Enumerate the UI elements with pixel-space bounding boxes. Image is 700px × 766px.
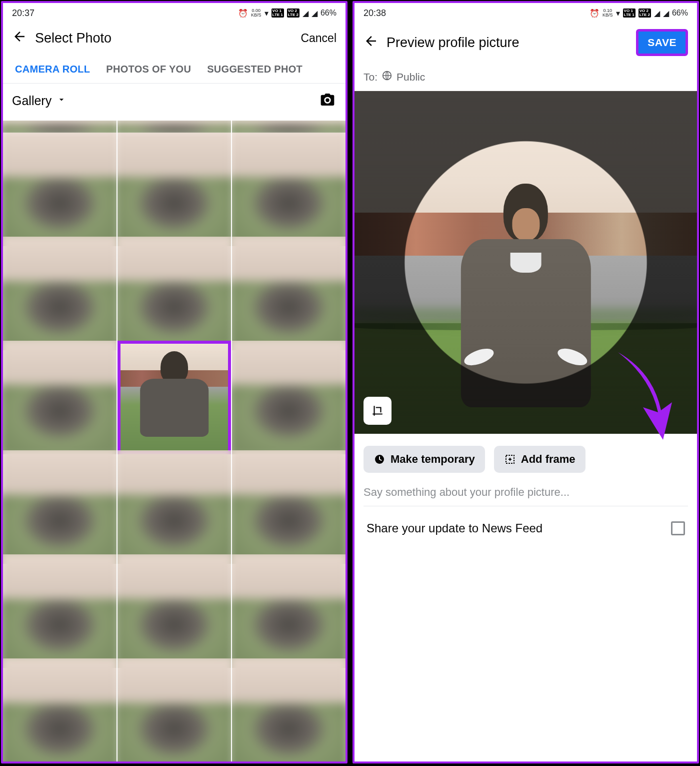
audience-row[interactable]: To: Public xyxy=(354,65,697,91)
circle-crop-mask xyxy=(354,91,697,434)
alarm-icon: ⏰ xyxy=(590,9,600,18)
signal-2-icon: ◢ xyxy=(663,9,669,18)
tab-photos-of-you[interactable]: PHOTOS OF YOU xyxy=(98,57,199,83)
grid-partial-top xyxy=(3,121,346,133)
volte-1-icon: VO 1LTE 1 xyxy=(623,9,636,18)
page-title: Preview profile picture xyxy=(386,35,628,51)
add-frame-label: Add frame xyxy=(521,453,576,466)
photo-thumb[interactable] xyxy=(232,658,346,761)
tabs: CAMERA ROLL PHOTOS OF YOU SUGGESTED PHOT xyxy=(3,57,346,84)
cancel-button[interactable]: Cancel xyxy=(300,32,336,45)
tab-camera-roll[interactable]: CAMERA ROLL xyxy=(7,57,98,83)
status-icons-right: ⏰ 0.00KB/S ▾ VO 1LTE 1 VO 2LTE 2 ◢ ◢ 66% xyxy=(238,9,336,18)
chevron-down-icon xyxy=(56,95,66,107)
tab-suggested-photos[interactable]: SUGGESTED PHOT xyxy=(199,57,310,83)
gallery-label: Gallery xyxy=(12,94,52,108)
data-speed: 0.00KB/S xyxy=(251,9,262,18)
data-speed: 0.10KB/S xyxy=(602,9,613,18)
battery-label: 66% xyxy=(672,9,688,18)
audience-label: Public xyxy=(396,71,425,83)
photo-thumb[interactable] xyxy=(3,341,116,454)
caption-input[interactable]: Say something about your profile picture… xyxy=(364,481,688,506)
photo-thumb[interactable] xyxy=(232,554,346,668)
photo-thumb[interactable] xyxy=(232,237,346,350)
status-bar: 20:37 ⏰ 0.00KB/S ▾ VO 1LTE 1 VO 2LTE 2 ◢… xyxy=(3,3,346,23)
photo-thumb[interactable] xyxy=(232,450,346,564)
make-temporary-label: Make temporary xyxy=(390,453,475,466)
photo-thumb[interactable] xyxy=(3,121,116,133)
app-bar: Select Photo Cancel xyxy=(3,23,346,57)
status-icons-right: ⏰ 0.10KB/S ▾ VO 1LTE 1 VO 2LTE 2 ◢ ◢ 66% xyxy=(590,9,688,18)
photo-preview[interactable] xyxy=(354,91,697,434)
status-time: 20:38 xyxy=(364,8,386,19)
photo-thumb[interactable] xyxy=(3,237,116,350)
add-frame-button[interactable]: Add frame xyxy=(494,446,586,473)
photo-thumb[interactable] xyxy=(3,554,116,668)
photo-thumb[interactable] xyxy=(118,450,231,564)
photo-grid xyxy=(3,133,346,761)
alarm-icon: ⏰ xyxy=(238,9,248,18)
app-bar: Preview profile picture SAVE xyxy=(354,23,697,65)
signal-1-icon: ◢ xyxy=(654,9,660,18)
volte-1-icon: VO 1LTE 1 xyxy=(272,9,284,18)
left-screen: 20:37 ⏰ 0.00KB/S ▾ VO 1LTE 1 VO 2LTE 2 ◢… xyxy=(1,1,348,763)
back-arrow-icon[interactable] xyxy=(12,29,27,48)
wifi-icon: ▾ xyxy=(616,9,620,18)
globe-icon xyxy=(382,70,392,84)
share-news-feed-row[interactable]: Share your update to News Feed xyxy=(354,506,697,550)
status-time: 20:37 xyxy=(12,8,34,19)
page-title: Select Photo xyxy=(35,31,292,46)
share-checkbox[interactable] xyxy=(671,521,685,535)
volte-2-icon: VO 2LTE 2 xyxy=(287,9,300,18)
clock-icon xyxy=(374,453,386,465)
right-screen: 20:38 ⏰ 0.10KB/S ▾ VO 1LTE 1 VO 2LTE 2 ◢… xyxy=(352,1,699,763)
to-label: To: xyxy=(364,71,378,83)
photo-thumb[interactable] xyxy=(232,121,346,133)
signal-2-icon: ◢ xyxy=(312,9,318,18)
photo-thumb[interactable] xyxy=(118,237,231,350)
make-temporary-button[interactable]: Make temporary xyxy=(364,446,485,473)
photo-thumb[interactable] xyxy=(232,341,346,454)
volte-2-icon: VO 2LTE 2 xyxy=(638,9,651,18)
frame-icon xyxy=(504,453,516,465)
photo-thumb[interactable] xyxy=(118,133,231,246)
crop-button[interactable] xyxy=(364,397,392,425)
photo-thumb[interactable] xyxy=(118,658,231,761)
battery-label: 66% xyxy=(320,9,336,18)
photo-thumb[interactable] xyxy=(118,121,231,133)
gallery-dropdown[interactable]: Gallery xyxy=(12,94,66,108)
share-label: Share your update to News Feed xyxy=(366,521,542,535)
photo-thumb[interactable] xyxy=(3,658,116,761)
back-arrow-icon[interactable] xyxy=(364,34,378,52)
photo-thumb-selected[interactable] xyxy=(118,341,231,454)
photo-thumb[interactable] xyxy=(232,133,346,246)
photo-thumb[interactable] xyxy=(3,450,116,564)
photo-thumb[interactable] xyxy=(118,554,231,668)
wifi-icon: ▾ xyxy=(264,9,268,18)
signal-1-icon: ◢ xyxy=(302,9,308,18)
camera-icon[interactable] xyxy=(318,92,336,110)
gallery-selector-row: Gallery xyxy=(3,84,346,121)
status-bar: 20:38 ⏰ 0.10KB/S ▾ VO 1LTE 1 VO 2LTE 2 ◢… xyxy=(354,3,697,23)
photo-thumb[interactable] xyxy=(3,133,116,246)
save-button[interactable]: SAVE xyxy=(636,29,688,56)
action-buttons-row: Make temporary Add frame xyxy=(354,434,697,481)
